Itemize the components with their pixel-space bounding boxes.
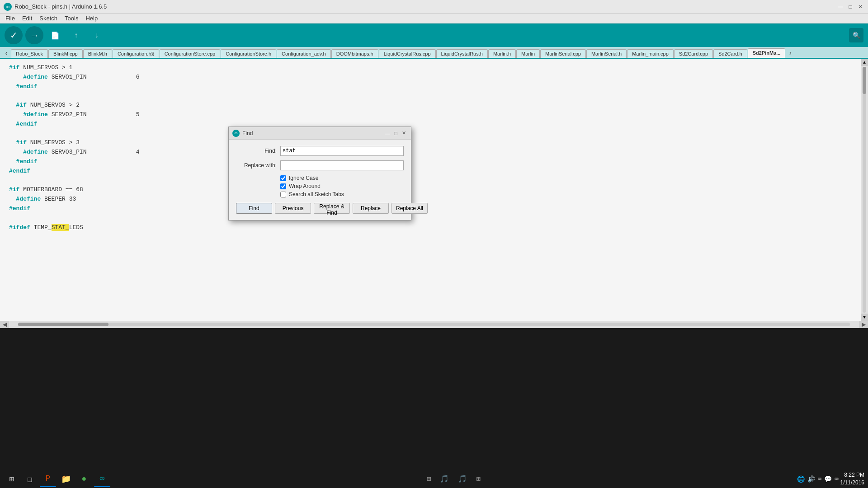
console-area <box>0 328 868 460</box>
scroll-thumb-horizontal[interactable] <box>18 323 108 326</box>
tab-blinkm-cpp[interactable]: BlinkM.cpp <box>48 49 83 58</box>
menu-bar: File Edit Sketch Tools Help <box>0 14 868 23</box>
tab-robostock[interactable]: Robo_Stock <box>11 49 48 58</box>
open-button[interactable]: ↑ <box>67 26 85 44</box>
wrap-around-row: Wrap Around <box>280 183 404 189</box>
dialog-window-controls: — □ ✕ <box>384 130 407 137</box>
taskbar-task-view[interactable]: ❑ <box>22 471 38 487</box>
taskbar-keyboard2-icon[interactable]: ⌨ <box>835 475 838 483</box>
maximize-button[interactable]: □ <box>846 3 854 11</box>
replace-find-button[interactable]: Replace & Find <box>314 203 350 214</box>
find-button[interactable]: Find <box>236 203 272 214</box>
dialog-title-text: Find <box>242 130 384 136</box>
replace-input[interactable] <box>280 160 404 170</box>
dialog-buttons: Find Previous Replace & Find Replace Rep… <box>236 203 404 214</box>
tab-marlinserial-cpp[interactable]: MarlinSerial.cpp <box>540 49 586 58</box>
taskbar-powerpoint[interactable]: P <box>40 471 56 487</box>
app-logo <box>4 3 12 11</box>
scroll-track <box>18 323 850 326</box>
vertical-scrollbar[interactable]: ▲ ▼ <box>861 59 868 321</box>
tab-sd2card-h[interactable]: Sd2Card.h <box>713 49 747 58</box>
close-button[interactable]: ✕ <box>856 3 864 11</box>
menu-file[interactable]: File <box>2 15 19 22</box>
tab-config-h[interactable]: Configuration.h§ <box>113 49 159 58</box>
tabs-scroll-right[interactable]: › <box>786 48 795 58</box>
new-button[interactable]: 📄 <box>46 26 64 44</box>
previous-button[interactable]: Previous <box>275 203 311 214</box>
tab-blinkm-h[interactable]: BlinkM.h <box>83 49 112 58</box>
code-editor[interactable]: #if NUM_SERVOS > 1 #define SERVO1_PIN 6 … <box>0 59 868 321</box>
checkbox-group: Ignore Case Wrap Around Search all Sketc… <box>280 175 404 197</box>
taskbar-num3: 🎵 <box>458 474 467 483</box>
taskbar-clock[interactable]: 8:22 PM 1/11/2016 <box>840 471 864 487</box>
taskbar: ⊞ ❑ P 📁 ● ∞ ⊞ 🎵 🎵 ⊞ 🌐 🔊 ⌨ 💬 ⌨ 8:22 PM 1/… <box>0 470 868 488</box>
taskbar-network-icon[interactable]: 🌐 <box>797 475 805 483</box>
tab-config-adv[interactable]: Configuration_adv.h <box>277 49 331 58</box>
toolbar-right: 🔍 <box>849 28 863 42</box>
find-input[interactable] <box>280 146 404 156</box>
taskbar-start-button[interactable]: ⊞ <box>4 471 20 487</box>
tab-marlin-h[interactable]: Marlin.h <box>488 49 516 58</box>
scroll-up-arrow[interactable]: ▲ <box>861 59 868 66</box>
tab-doombitmaps[interactable]: DOOMbitmaps.h <box>331 49 378 58</box>
taskbar-num1: ⊞ <box>427 474 431 483</box>
menu-edit[interactable]: Edit <box>19 15 36 22</box>
tab-liquidcrysal-cpp[interactable]: LiquidCrystalRus.cpp <box>379 49 436 58</box>
search-tabs-label[interactable]: Search all Sketch Tabs <box>289 191 344 197</box>
title-bar: Robo_Stock - pins.h | Arduino 1.6.5 — □ … <box>0 0 868 14</box>
toolbar: ✓ → 📄 ↑ ↓ 🔍 <box>0 23 868 47</box>
ignore-case-row: Ignore Case <box>280 175 404 181</box>
wrap-around-checkbox[interactable] <box>280 183 286 189</box>
tab-marlin[interactable]: Marlin <box>516 49 540 58</box>
save-button[interactable]: ↓ <box>88 26 106 44</box>
scroll-thumb-vertical[interactable] <box>863 67 866 94</box>
taskbar-arduino[interactable]: ∞ <box>94 471 110 487</box>
tab-marlinserial-h[interactable]: MarlinSerial.h <box>586 49 627 58</box>
tab-sd2card-cpp[interactable]: Sd2Card.cpp <box>674 49 713 58</box>
dialog-title-bar: Find — □ ✕ <box>229 127 411 140</box>
verify-button[interactable]: ✓ <box>5 26 23 44</box>
ignore-case-label[interactable]: Ignore Case <box>289 175 318 181</box>
taskbar-explorer[interactable]: 📁 <box>58 471 74 487</box>
serial-monitor-button[interactable]: 🔍 <box>849 28 863 42</box>
find-label: Find: <box>236 148 277 154</box>
replace-button[interactable]: Replace <box>353 203 389 214</box>
tab-configstore-cpp[interactable]: ConfigurationStore.cpp <box>160 49 221 58</box>
taskbar-date: 1/11/2016 <box>840 479 864 487</box>
ignore-case-checkbox[interactable] <box>280 175 286 181</box>
tab-sd2pinma[interactable]: Sd2PinMa... <box>748 48 786 58</box>
menu-tools[interactable]: Tools <box>61 15 82 22</box>
find-row: Find: <box>236 146 404 156</box>
scroll-down-arrow[interactable]: ▼ <box>861 314 868 321</box>
find-dialog: Find — □ ✕ Find: Replace with: Ignore Ca… <box>228 127 411 221</box>
tabs-bar: ‹ Robo_Stock BlinkM.cpp BlinkM.h Configu… <box>0 47 868 59</box>
dialog-body: Find: Replace with: Ignore Case Wrap Aro… <box>229 140 411 220</box>
replace-row: Replace with: <box>236 160 404 170</box>
tab-configstore-h[interactable]: ConfigurationStore.h <box>221 49 276 58</box>
dialog-minimize-button[interactable]: — <box>384 130 391 137</box>
tabs-scroll-left[interactable]: ‹ <box>2 48 11 58</box>
tab-liquidcrystal-h[interactable]: LiquidCrystalRus.h <box>436 49 488 58</box>
upload-button[interactable]: → <box>25 26 43 44</box>
taskbar-spacer: ⊞ 🎵 🎵 ⊞ <box>112 474 795 483</box>
taskbar-keyboard-icon[interactable]: ⌨ <box>818 475 821 483</box>
taskbar-system-icons: 🌐 🔊 ⌨ 💬 ⌨ <box>797 475 839 483</box>
dialog-logo <box>232 130 240 137</box>
code-content: #if NUM_SERVOS > 1 #define SERVO1_PIN 6 … <box>0 59 868 237</box>
replace-all-button[interactable]: Replace All <box>392 203 428 214</box>
taskbar-volume-icon[interactable]: 🔊 <box>807 475 815 483</box>
menu-help[interactable]: Help <box>82 15 101 22</box>
dialog-maximize-button[interactable]: □ <box>392 130 399 137</box>
search-tabs-checkbox[interactable] <box>280 192 286 197</box>
scroll-right-arrow[interactable]: ▶ <box>859 321 868 328</box>
taskbar-chat-icon[interactable]: 💬 <box>824 475 832 483</box>
tab-marlin-main[interactable]: Marlin_main.cpp <box>627 49 674 58</box>
scroll-left-arrow[interactable]: ◀ <box>0 321 9 328</box>
dialog-close-button[interactable]: ✕ <box>400 130 407 137</box>
horizontal-scrollbar[interactable]: ◀ ▶ <box>0 321 868 328</box>
minimize-button[interactable]: — <box>836 3 844 11</box>
taskbar-chrome[interactable]: ● <box>76 471 92 487</box>
wrap-around-label[interactable]: Wrap Around <box>289 183 321 189</box>
menu-sketch[interactable]: Sketch <box>36 15 61 22</box>
replace-label: Replace with: <box>236 162 277 169</box>
